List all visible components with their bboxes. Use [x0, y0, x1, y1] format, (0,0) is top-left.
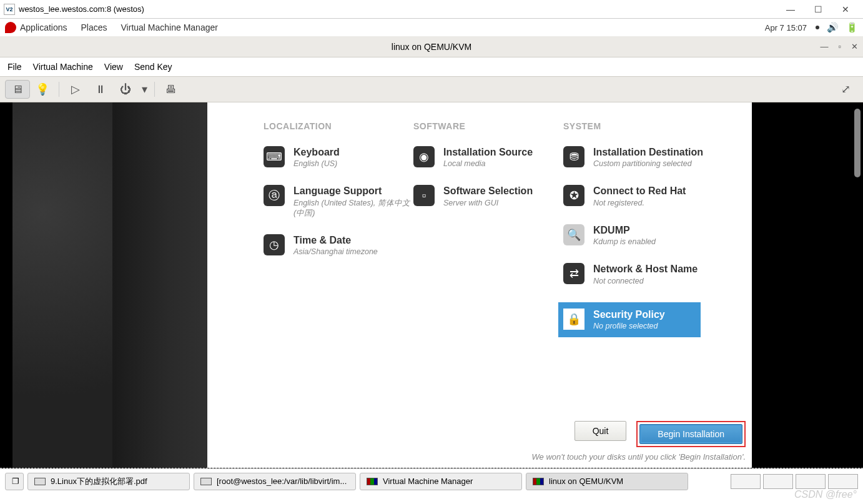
spoke-sub: Kdump is enabled	[593, 237, 656, 247]
vm-toolbar: 🖥 💡 ▷ ⏸ ⏻ ▾ 🖶 ⤢	[0, 76, 863, 102]
vm-icon	[533, 478, 544, 485]
volume-icon[interactable]: 🔊	[827, 22, 839, 33]
column-system: SYSTEM ⛃ Installation DestinationCustom …	[563, 121, 726, 353]
menu-sendkey[interactable]: Send Key	[134, 62, 172, 72]
fullscreen-button[interactable]: ⤢	[833, 80, 858, 99]
spoke-language[interactable]: ⓐ Language SupportEnglish (United States…	[264, 185, 413, 218]
award-icon: ✪	[563, 185, 584, 206]
spoke-title: Software Selection	[443, 185, 533, 197]
gnome-vmm[interactable]: Virtual Machine Manager	[121, 22, 218, 32]
maximize-button[interactable]: ☐	[804, 1, 832, 18]
menu-file[interactable]: File	[7, 62, 22, 72]
package-icon: ▫	[413, 185, 435, 206]
vm-minimize-button[interactable]: —	[820, 42, 828, 51]
gnome-places[interactable]: Places	[81, 22, 107, 32]
snapshot-button[interactable]: 🖶	[159, 80, 184, 99]
hdd-icon: ⛃	[563, 146, 584, 167]
keyboard-icon: ⌨	[264, 146, 285, 167]
console-button[interactable]: 🖥	[5, 80, 30, 99]
spoke-install-source[interactable]: ◉ Installation SourceLocal media	[413, 146, 563, 169]
pdf-icon	[34, 478, 46, 485]
spoke-title: Security Policy	[593, 309, 665, 320]
clock-outline-icon: ◷	[264, 234, 285, 255]
install-hint: We won't touch your disks until you clic…	[532, 452, 746, 462]
vmm-icon	[367, 478, 378, 485]
anaconda-sidebar-shade	[112, 102, 207, 468]
spoke-sub: Asia/Shanghai timezone	[293, 247, 378, 257]
task-vmm[interactable]: Virtual Machine Manager	[360, 473, 522, 490]
terminal-icon	[200, 478, 212, 485]
annotation-highlight: Begin Installation	[636, 421, 746, 447]
workspace-2[interactable]	[763, 474, 793, 489]
gnome-apps[interactable]: Applications	[20, 22, 67, 32]
close-button[interactable]: ✕	[832, 1, 859, 18]
begin-installation-button[interactable]: Begin Installation	[639, 424, 742, 444]
vm-maximize-button[interactable]: ▫	[838, 42, 841, 51]
task-pdf[interactable]: 9.Linux下的虚拟化部署.pdf	[27, 473, 190, 490]
menu-vm[interactable]: Virtual Machine	[33, 62, 93, 72]
spoke-sub: English (United States), 简体中文 (中国)	[293, 198, 413, 219]
network-icon: ⇄	[563, 263, 584, 284]
spoke-title: Installation Destination	[593, 146, 703, 158]
header-system: SYSTEM	[563, 121, 726, 131]
spoke-sub: Not connected	[593, 276, 698, 286]
spoke-network[interactable]: ⇄ Network & Host NameNot connected	[563, 263, 726, 285]
workspace-4[interactable]	[828, 474, 858, 489]
header-software: SOFTWARE	[413, 121, 563, 131]
vm-window-title: linux on QEMU/KVM	[392, 42, 471, 52]
task-label: [root@westos_lee:/var/lib/libvirt/im...	[217, 477, 347, 486]
task-label: 9.Linux下的虚拟化部署.pdf	[51, 476, 147, 487]
workspace-3[interactable]	[796, 474, 826, 489]
vm-window-titlebar: linux on QEMU/KVM — ▫ ✕	[0, 36, 863, 57]
column-localization: LOCALIZATION ⌨ KeyboardEnglish (US) ⓐ La…	[264, 121, 413, 353]
spoke-title: Keyboard	[293, 146, 340, 158]
guest-letterbox-left	[0, 102, 12, 468]
details-button[interactable]: 💡	[30, 80, 55, 99]
spoke-title: Time & Date	[293, 234, 378, 246]
battery-icon[interactable]: 🔋	[846, 22, 858, 33]
spoke-sub: Local media	[443, 159, 533, 169]
task-label: Virtual Machine Manager	[383, 477, 473, 486]
spoke-software-selection[interactable]: ▫ Software SelectionServer with GUI	[413, 185, 563, 207]
lock-icon: 🔒	[563, 309, 584, 330]
gnome-top-bar: Applications Places Virtual Machine Mana…	[0, 19, 863, 36]
spoke-title: KDUMP	[593, 224, 656, 236]
disc-icon: ◉	[413, 146, 435, 167]
run-button[interactable]: ▷	[63, 80, 88, 99]
task-terminal[interactable]: [root@westos_lee:/var/lib/libvirt/im...	[194, 473, 356, 490]
spoke-keyboard[interactable]: ⌨ KeyboardEnglish (US)	[264, 146, 413, 169]
minimize-button[interactable]: —	[777, 1, 804, 18]
vnc-title-text: westos_lee.westos.com:8 (westos)	[19, 4, 777, 14]
clock-label[interactable]: Apr 7 15:07	[765, 23, 807, 32]
search-icon: 🔍	[563, 224, 584, 245]
quit-button[interactable]: Quit	[575, 421, 627, 441]
language-icon: ⓐ	[264, 185, 285, 206]
show-workspaces-button[interactable]: ❐	[5, 473, 24, 490]
header-localization: LOCALIZATION	[264, 121, 413, 131]
workspace-1[interactable]	[731, 474, 761, 489]
spoke-security-policy[interactable]: 🔒 Security PolicyNo profile selected	[558, 302, 701, 337]
spoke-install-destination[interactable]: ⛃ Installation DestinationCustom partiti…	[563, 146, 726, 169]
spoke-kdump[interactable]: 🔍 KDUMPKdump is enabled	[563, 224, 726, 247]
scrollbar[interactable]	[853, 102, 862, 468]
pause-button[interactable]: ⏸	[88, 80, 113, 99]
menu-view[interactable]: View	[104, 62, 123, 72]
spoke-sub: Custom partitioning selected	[593, 159, 703, 169]
scrollbar-thumb[interactable]	[854, 109, 861, 177]
anaconda-summary: LOCALIZATION ⌨ KeyboardEnglish (US) ⓐ La…	[207, 102, 752, 468]
toolbar-separator	[59, 82, 59, 97]
vm-close-button[interactable]: ✕	[851, 42, 858, 51]
redhat-icon	[5, 22, 16, 33]
workspace-switcher	[731, 474, 858, 489]
spoke-title: Connect to Red Hat	[593, 185, 686, 197]
task-label: linux on QEMU/KVM	[549, 477, 623, 486]
vm-menubar: File Virtual Machine View Send Key	[0, 57, 863, 76]
notification-dot	[816, 26, 819, 29]
toolbar-separator	[154, 82, 155, 97]
spoke-datetime[interactable]: ◷ Time & DateAsia/Shanghai timezone	[264, 234, 413, 257]
shutdown-dropdown[interactable]: ▾	[138, 80, 150, 99]
shutdown-button[interactable]: ⏻	[113, 80, 138, 99]
task-vm-linux[interactable]: linux on QEMU/KVM	[526, 473, 688, 490]
spoke-sub: Server with GUI	[443, 198, 533, 208]
spoke-connect-redhat[interactable]: ✪ Connect to Red HatNot registered.	[563, 185, 726, 207]
